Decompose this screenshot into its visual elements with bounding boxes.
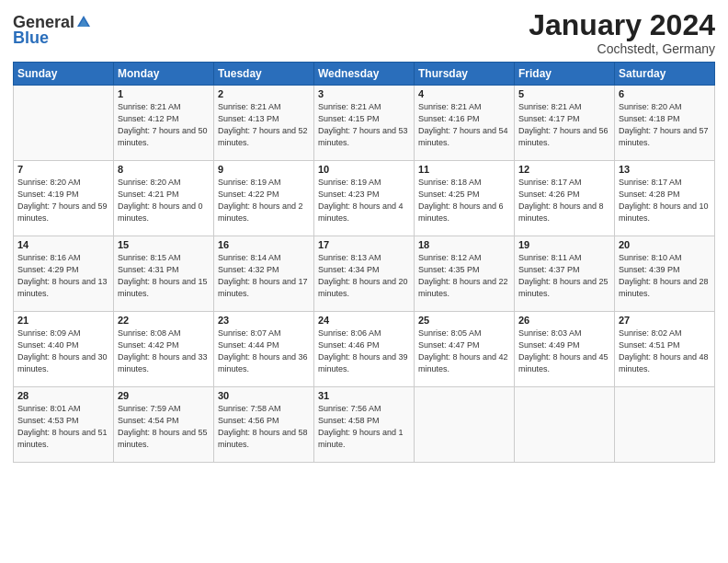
- day-number: 17: [318, 239, 410, 250]
- day-number: 9: [218, 164, 310, 175]
- col-sunday: Sunday: [14, 63, 114, 86]
- col-thursday: Thursday: [415, 63, 515, 86]
- day-number: 13: [619, 164, 711, 175]
- day-info: Sunrise: 8:07 AMSunset: 4:44 PMDaylight:…: [218, 327, 310, 375]
- day-number: 6: [619, 88, 711, 99]
- header-row: Sunday Monday Tuesday Wednesday Thursday…: [14, 63, 715, 86]
- day-number: 30: [218, 390, 310, 401]
- day-number: 20: [619, 239, 711, 250]
- calendar-cell: 6Sunrise: 8:20 AMSunset: 4:18 PMDaylight…: [615, 86, 715, 161]
- day-number: 23: [218, 315, 310, 326]
- day-number: 10: [318, 164, 410, 175]
- calendar-cell: 25Sunrise: 8:05 AMSunset: 4:47 PMDayligh…: [415, 312, 515, 387]
- day-info: Sunrise: 8:15 AMSunset: 4:31 PMDaylight:…: [118, 252, 210, 300]
- calendar-cell: 4Sunrise: 8:21 AMSunset: 4:16 PMDaylight…: [415, 86, 515, 161]
- day-info: Sunrise: 8:19 AMSunset: 4:22 PMDaylight:…: [218, 177, 310, 224]
- calendar-cell: 23Sunrise: 8:07 AMSunset: 4:44 PMDayligh…: [214, 312, 314, 387]
- day-number: 16: [218, 239, 310, 250]
- location-text: Cochstedt, Germany: [529, 41, 715, 56]
- calendar-body: 1Sunrise: 8:21 AMSunset: 4:12 PMDaylight…: [14, 86, 715, 463]
- day-number: 29: [118, 390, 210, 401]
- calendar-week-5: 28Sunrise: 8:01 AMSunset: 4:53 PMDayligh…: [14, 387, 715, 463]
- calendar-cell: 10Sunrise: 8:19 AMSunset: 4:23 PMDayligh…: [314, 161, 415, 236]
- day-number: 24: [318, 315, 410, 326]
- calendar-week-2: 7Sunrise: 8:20 AMSunset: 4:19 PMDaylight…: [14, 161, 715, 236]
- calendar-cell: 17Sunrise: 8:13 AMSunset: 4:34 PMDayligh…: [314, 236, 415, 312]
- page-header: General Blue January 2024 Cochstedt, Ger…: [13, 9, 715, 56]
- day-info: Sunrise: 8:02 AMSunset: 4:51 PMDaylight:…: [619, 327, 711, 375]
- calendar-week-3: 14Sunrise: 8:16 AMSunset: 4:29 PMDayligh…: [14, 236, 715, 312]
- calendar-cell: 24Sunrise: 8:06 AMSunset: 4:46 PMDayligh…: [314, 312, 415, 387]
- day-info: Sunrise: 7:58 AMSunset: 4:56 PMDaylight:…: [218, 403, 310, 451]
- calendar-cell: 5Sunrise: 8:21 AMSunset: 4:17 PMDaylight…: [515, 86, 615, 161]
- day-info: Sunrise: 7:56 AMSunset: 4:58 PMDaylight:…: [318, 403, 410, 451]
- day-info: Sunrise: 8:11 AMSunset: 4:37 PMDaylight:…: [518, 252, 610, 300]
- calendar-cell: 29Sunrise: 7:59 AMSunset: 4:54 PMDayligh…: [114, 387, 214, 463]
- day-info: Sunrise: 8:12 AMSunset: 4:35 PMDaylight:…: [418, 252, 510, 300]
- day-number: 2: [218, 88, 310, 99]
- col-monday: Monday: [114, 63, 214, 86]
- day-info: Sunrise: 8:21 AMSunset: 4:13 PMDaylight:…: [218, 101, 310, 149]
- day-info: Sunrise: 8:21 AMSunset: 4:17 PMDaylight:…: [518, 101, 610, 149]
- calendar-cell: 8Sunrise: 8:20 AMSunset: 4:21 PMDaylight…: [114, 161, 214, 236]
- day-info: Sunrise: 8:17 AMSunset: 4:28 PMDaylight:…: [619, 177, 711, 224]
- day-info: Sunrise: 8:21 AMSunset: 4:12 PMDaylight:…: [118, 101, 210, 149]
- title-block: January 2024 Cochstedt, Germany: [529, 9, 715, 56]
- calendar-cell: 12Sunrise: 8:17 AMSunset: 4:26 PMDayligh…: [515, 161, 615, 236]
- day-number: 26: [518, 315, 610, 326]
- day-info: Sunrise: 8:14 AMSunset: 4:32 PMDaylight:…: [218, 252, 310, 300]
- day-info: Sunrise: 8:17 AMSunset: 4:26 PMDaylight:…: [518, 177, 610, 224]
- logo-icon: [75, 14, 92, 30]
- calendar-cell: 14Sunrise: 8:16 AMSunset: 4:29 PMDayligh…: [14, 236, 114, 312]
- day-info: Sunrise: 8:18 AMSunset: 4:25 PMDaylight:…: [418, 177, 510, 224]
- day-number: 7: [17, 164, 109, 175]
- day-info: Sunrise: 8:21 AMSunset: 4:16 PMDaylight:…: [418, 101, 510, 149]
- calendar-week-1: 1Sunrise: 8:21 AMSunset: 4:12 PMDaylight…: [14, 86, 715, 161]
- calendar-cell: 9Sunrise: 8:19 AMSunset: 4:22 PMDaylight…: [214, 161, 314, 236]
- calendar-cell: 28Sunrise: 8:01 AMSunset: 4:53 PMDayligh…: [14, 387, 114, 463]
- day-number: 18: [418, 239, 510, 250]
- day-info: Sunrise: 7:59 AMSunset: 4:54 PMDaylight:…: [118, 403, 210, 451]
- page-container: General Blue January 2024 Cochstedt, Ger…: [0, 0, 728, 472]
- day-info: Sunrise: 8:16 AMSunset: 4:29 PMDaylight:…: [17, 252, 109, 300]
- calendar-table: Sunday Monday Tuesday Wednesday Thursday…: [13, 62, 715, 463]
- calendar-cell: 26Sunrise: 8:03 AMSunset: 4:49 PMDayligh…: [515, 312, 615, 387]
- day-number: 12: [518, 164, 610, 175]
- calendar-cell: 2Sunrise: 8:21 AMSunset: 4:13 PMDaylight…: [214, 86, 314, 161]
- calendar-cell: 21Sunrise: 8:09 AMSunset: 4:40 PMDayligh…: [14, 312, 114, 387]
- col-tuesday: Tuesday: [214, 63, 314, 86]
- day-number: 3: [318, 88, 410, 99]
- calendar-cell: [415, 387, 515, 463]
- calendar-cell: 27Sunrise: 8:02 AMSunset: 4:51 PMDayligh…: [615, 312, 715, 387]
- day-info: Sunrise: 8:20 AMSunset: 4:18 PMDaylight:…: [619, 101, 711, 149]
- day-info: Sunrise: 8:19 AMSunset: 4:23 PMDaylight:…: [318, 177, 410, 224]
- day-info: Sunrise: 8:20 AMSunset: 4:19 PMDaylight:…: [17, 177, 109, 224]
- calendar-cell: 7Sunrise: 8:20 AMSunset: 4:19 PMDaylight…: [14, 161, 114, 236]
- col-friday: Friday: [515, 63, 615, 86]
- day-number: 1: [118, 88, 210, 99]
- day-number: 14: [17, 239, 109, 250]
- calendar-cell: 16Sunrise: 8:14 AMSunset: 4:32 PMDayligh…: [214, 236, 314, 312]
- day-number: 8: [118, 164, 210, 175]
- day-number: 28: [17, 390, 109, 401]
- day-info: Sunrise: 8:21 AMSunset: 4:15 PMDaylight:…: [318, 101, 410, 149]
- month-title: January 2024: [529, 9, 715, 41]
- calendar-cell: [14, 86, 114, 161]
- calendar-cell: 18Sunrise: 8:12 AMSunset: 4:35 PMDayligh…: [415, 236, 515, 312]
- day-number: 19: [518, 239, 610, 250]
- day-info: Sunrise: 8:09 AMSunset: 4:40 PMDaylight:…: [17, 327, 109, 375]
- calendar-cell: 1Sunrise: 8:21 AMSunset: 4:12 PMDaylight…: [114, 86, 214, 161]
- calendar-week-4: 21Sunrise: 8:09 AMSunset: 4:40 PMDayligh…: [14, 312, 715, 387]
- calendar-cell: 30Sunrise: 7:58 AMSunset: 4:56 PMDayligh…: [214, 387, 314, 463]
- calendar-header: Sunday Monday Tuesday Wednesday Thursday…: [14, 63, 715, 86]
- day-number: 21: [17, 315, 109, 326]
- day-number: 11: [418, 164, 510, 175]
- day-info: Sunrise: 8:06 AMSunset: 4:46 PMDaylight:…: [318, 327, 410, 375]
- calendar-cell: 31Sunrise: 7:56 AMSunset: 4:58 PMDayligh…: [314, 387, 415, 463]
- calendar-cell: 11Sunrise: 8:18 AMSunset: 4:25 PMDayligh…: [415, 161, 515, 236]
- col-wednesday: Wednesday: [314, 63, 415, 86]
- logo: General Blue: [13, 13, 92, 48]
- day-info: Sunrise: 8:10 AMSunset: 4:39 PMDaylight:…: [619, 252, 711, 300]
- calendar-cell: 13Sunrise: 8:17 AMSunset: 4:28 PMDayligh…: [615, 161, 715, 236]
- day-number: 31: [318, 390, 410, 401]
